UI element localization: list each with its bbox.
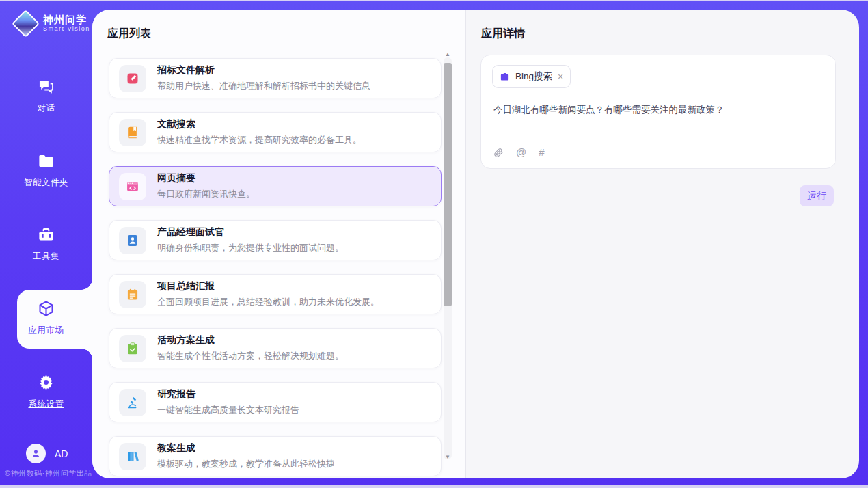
app-item-texts: 活动方案生成智能生成个性化活动方案，轻松解决规划难题。 (157, 334, 344, 362)
app-list-item[interactable]: 文献搜索快速精准查找学术资源，提高研究效率的必备工具。 (109, 112, 442, 152)
app-window: { "brand": {"name": "神州问学", "subtitle": … (0, 0, 868, 488)
sidebar-item-应用市场[interactable]: 应用市场 (0, 299, 92, 336)
app-name: 研究报告 (157, 388, 299, 401)
person-icon (30, 448, 42, 459)
sidebar-item-label: 智能文件夹 (0, 177, 92, 189)
app-list-title: 应用列表 (107, 27, 151, 41)
app-detail-panel: 应用详情 Bing搜索 × 今日湖北有哪些新闻要点？有哪些需要关注的最新政策？ … (465, 10, 859, 478)
app-description: 每日政府新闻资讯快查。 (157, 188, 255, 200)
user-initials: AD (55, 448, 68, 459)
app-item-texts: 产品经理面试官明确身份和职责，为您提供专业性的面试问题。 (157, 226, 344, 254)
app-item-texts: 教案生成模板驱动，教案秒成，教学准备从此轻松快捷 (157, 442, 335, 470)
sidebar-item-label: 对话 (0, 103, 92, 114)
app-name: 项目总结汇报 (157, 280, 379, 293)
scrollbar-down-arrow[interactable]: ▼ (444, 454, 452, 461)
app-description: 明确身份和职责，为您提供专业性的面试问题。 (157, 242, 344, 254)
books-icon (119, 443, 146, 470)
sidebar-item-label: 应用市场 (0, 325, 92, 336)
app-description: 帮助用户快速、准确地理解和解析招标书中的关键信息 (157, 80, 370, 92)
note-icon (119, 281, 146, 308)
app-list-item[interactable]: 研究报告一键智能生成高质量长文本研究报告 (109, 382, 442, 422)
sidebar-item-label: 系统设置 (0, 398, 92, 410)
brand-subtitle: Smart Vision (43, 25, 90, 33)
sidebar-item-智能文件夹[interactable]: 智能文件夹 (0, 152, 92, 189)
app-list-item[interactable]: 教案生成模板驱动，教案秒成，教学准备从此轻松快捷 (109, 436, 442, 476)
briefcase-icon (500, 72, 510, 82)
app-name: 教案生成 (157, 442, 335, 455)
app-item-texts: 招标文件解析帮助用户快速、准确地理解和解析招标书中的关键信息 (157, 64, 370, 92)
tool-tag-label: Bing搜索 (515, 70, 552, 83)
app-list: 招标文件解析帮助用户快速、准确地理解和解析招标书中的关键信息文献搜索快速精准查找… (109, 58, 442, 478)
avatar[interactable] (26, 444, 46, 463)
app-detail-title: 应用详情 (481, 27, 525, 41)
pen-square-icon (119, 65, 146, 92)
app-name: 网页摘要 (157, 172, 255, 185)
app-description: 全面回顾项目进展，总结经验教训，助力未来优化发展。 (157, 296, 379, 308)
hash-icon[interactable]: # (539, 147, 544, 158)
brand-logo: 神州问学 Smart Vision (12, 10, 90, 36)
copyright-text: ©神州数码·神州问学出品 (5, 468, 92, 478)
brand-text: 神州问学 Smart Vision (43, 14, 90, 33)
app-item-texts: 研究报告一键智能生成高质量长文本研究报告 (157, 388, 299, 416)
interview-icon (119, 227, 146, 254)
app-list-panel: 应用列表 招标文件解析帮助用户快速、准确地理解和解析招标书中的关键信息文献搜索快… (92, 10, 465, 478)
app-description: 快速精准查找学术资源，提高研究效率的必备工具。 (157, 134, 362, 146)
app-list-item[interactable]: 产品经理面试官明确身份和职责，为您提供专业性的面试问题。 (109, 220, 442, 260)
app-description: 一键智能生成高质量长文本研究报告 (157, 404, 299, 416)
sidebar-item-对话[interactable]: 对话 (0, 77, 92, 114)
toolbox-icon (37, 226, 55, 244)
microscope-icon (119, 389, 146, 416)
sidebar-item-系统设置[interactable]: 系统设置 (0, 373, 92, 410)
query-text[interactable]: 今日湖北有哪些新闻要点？有哪些需要关注的最新政策？ (493, 103, 824, 117)
folder-icon (37, 152, 55, 170)
gear-icon (37, 373, 55, 392)
app-name: 招标文件解析 (157, 64, 370, 77)
brand-diamond-icon (12, 10, 38, 36)
app-item-texts: 网页摘要每日政府新闻资讯快查。 (157, 172, 255, 200)
app-list-item[interactable]: 招标文件解析帮助用户快速、准确地理解和解析招标书中的关键信息 (109, 58, 442, 98)
paperclip-icon[interactable] (493, 148, 504, 158)
app-description: 模板驱动，教案秒成，教学准备从此轻松快捷 (157, 458, 335, 470)
sidebar-item-label: 工具集 (0, 251, 92, 262)
window-top-edge (0, 0, 868, 1)
app-name: 产品经理面试官 (157, 226, 344, 239)
scrollbar-up-arrow[interactable]: ▲ (444, 51, 452, 58)
app-item-texts: 文献搜索快速精准查找学术资源，提高研究效率的必备工具。 (157, 118, 362, 146)
app-list-item[interactable]: 活动方案生成智能生成个性化活动方案，轻松解决规划难题。 (109, 328, 442, 368)
app-list-item[interactable]: 项目总结汇报全面回顾项目进展，总结经验教训，助力未来优化发展。 (109, 274, 442, 314)
prompt-input[interactable]: Bing搜索 × 今日湖北有哪些新闻要点？有哪些需要关注的最新政策？ @ # (480, 55, 836, 169)
close-icon[interactable]: × (558, 72, 563, 81)
window-bottom-edge (0, 485, 868, 488)
run-button[interactable]: 运行 (800, 185, 834, 206)
sidebar-item-工具集[interactable]: 工具集 (0, 226, 92, 262)
clipboard-check-icon (119, 335, 146, 362)
app-name: 文献搜索 (157, 118, 362, 131)
input-toolbar: @ # (493, 147, 545, 158)
chat-icon (37, 77, 55, 96)
scrollbar-thumb[interactable] (444, 63, 452, 306)
tool-tag-bing-search[interactable]: Bing搜索 × (492, 65, 571, 88)
app-item-texts: 项目总结汇报全面回顾项目进展，总结经验教训，助力未来优化发展。 (157, 280, 379, 308)
user-account[interactable]: AD (26, 444, 68, 463)
brand-name: 神州问学 (43, 14, 90, 25)
cube-icon (37, 299, 55, 318)
book-icon (119, 119, 146, 146)
app-description: 智能生成个性化活动方案，轻松解决规划难题。 (157, 350, 344, 362)
browser-code-icon (119, 173, 146, 200)
main-content: 应用列表 招标文件解析帮助用户快速、准确地理解和解析招标书中的关键信息文献搜索快… (92, 10, 859, 478)
app-name: 活动方案生成 (157, 334, 344, 347)
sidebar: 神州问学 Smart Vision 对话智能文件夹工具集应用市场系统设置 AD … (0, 1, 92, 485)
at-icon[interactable]: @ (516, 147, 526, 158)
app-list-item[interactable]: 网页摘要每日政府新闻资讯快查。 (109, 166, 442, 206)
